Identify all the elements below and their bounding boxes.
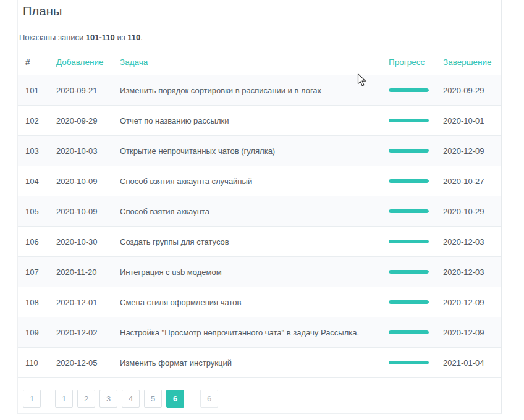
summary-middle: из: [115, 33, 127, 42]
cell-added-date: 2020-11-20: [49, 257, 112, 287]
cell-task: Создать группы для статусов: [112, 227, 381, 257]
cell-row-id: 106: [18, 227, 49, 257]
progress-track: [389, 330, 429, 334]
progress-track: [389, 209, 429, 213]
cell-progress: [381, 136, 436, 166]
cell-progress: [381, 227, 436, 257]
pagination-link[interactable]: 6: [200, 390, 218, 408]
sort-link-task[interactable]: Задача: [120, 57, 148, 67]
cell-added-date: 2020-09-29: [49, 106, 112, 136]
progress-track: [389, 119, 429, 122]
summary-suffix: .: [140, 33, 143, 42]
cell-completion-date: 2020-12-09: [436, 317, 501, 348]
progress-bar: [389, 240, 429, 243]
table-row: 1012020-09-21Изменить порядок сортировки…: [18, 75, 501, 106]
cell-added-date: 2020-10-09: [49, 196, 112, 227]
cell-row-id: 104: [18, 166, 49, 196]
progress-track: [389, 300, 429, 304]
progress-bar: [389, 300, 429, 304]
cell-row-id: 108: [18, 287, 49, 317]
table-row: 1072020-11-20Интеграция с usb модемом202…: [18, 257, 501, 287]
cell-task: Способ взятия аккаунта случайный: [112, 166, 381, 196]
pagination-item-page-2: 2: [77, 390, 95, 408]
progress-track: [389, 149, 429, 153]
progress-track: [389, 361, 429, 364]
cell-completion-date: 2020-10-01: [436, 106, 501, 136]
plans-table: # Добавление Задача Прогресс Завершение …: [18, 51, 501, 378]
table-row: 1082020-12-01Смена стиля оформления чато…: [18, 287, 501, 317]
progress-bar: [389, 330, 429, 334]
table-row: 1042020-10-09Способ взятия аккаунта случ…: [18, 166, 501, 196]
cell-completion-date: 2020-12-03: [436, 257, 501, 287]
pagination-link[interactable]: 1: [55, 390, 73, 408]
pagination-item-page-1: 1: [55, 390, 73, 408]
table-header-row: # Добавление Задача Прогресс Завершение: [18, 51, 501, 75]
cell-progress: [381, 166, 436, 196]
plans-panel: Планы Показаны записи 101-110 из 110. # …: [17, 0, 502, 414]
sort-link-progress[interactable]: Прогресс: [389, 57, 425, 67]
cell-progress: [381, 317, 436, 348]
cell-added-date: 2020-09-21: [49, 75, 112, 106]
cell-progress: [381, 287, 436, 317]
progress-bar: [389, 209, 429, 213]
cell-added-date: 2020-10-03: [49, 136, 112, 166]
table-row: 1062020-10-30Создать группы для статусов…: [18, 227, 501, 257]
pagination-link[interactable]: 3: [99, 390, 117, 408]
summary-prefix: Показаны записи: [19, 33, 86, 42]
pagination-link[interactable]: 6: [166, 390, 184, 408]
pagination: 11234566: [23, 390, 501, 408]
table-row: 1022020-09-29Отчет по названию рассылки2…: [18, 106, 501, 136]
column-header-id: #: [18, 51, 49, 75]
cell-completion-date: 2020-10-29: [436, 196, 501, 227]
progress-bar: [389, 149, 429, 153]
sort-link-completion[interactable]: Завершение: [443, 57, 492, 67]
cell-progress: [381, 106, 436, 136]
summary-total: 110: [127, 33, 140, 42]
cell-added-date: 2020-10-30: [49, 227, 112, 257]
pagination-link[interactable]: 2: [77, 390, 95, 408]
cell-task: Настройка "Просмотр непрочитанного чата"…: [112, 317, 381, 348]
panel-header: Планы: [18, 0, 501, 25]
cell-progress: [381, 75, 436, 106]
column-header-task: Задача: [112, 51, 381, 75]
pagination-item-page-3: 3: [99, 390, 117, 408]
cell-added-date: 2020-12-05: [49, 348, 112, 378]
pagination-link[interactable]: 4: [122, 390, 140, 408]
cell-row-id: 101: [18, 75, 49, 106]
cell-progress: [381, 257, 436, 287]
progress-track: [389, 88, 429, 92]
pagination-item-page-5: 5: [144, 390, 162, 408]
cell-task: Способ взятия аккаунта: [112, 196, 381, 227]
progress-track: [389, 179, 429, 183]
pagination-link[interactable]: 1: [23, 390, 41, 408]
pagination-item-first: 1: [23, 390, 41, 408]
cell-completion-date: 2020-12-03: [436, 227, 501, 257]
progress-bar: [389, 179, 429, 183]
progress-track: [389, 270, 429, 274]
table-row: 1102020-12-05Изменить формат инструкций2…: [18, 348, 501, 378]
pagination-item-page-4: 4: [122, 390, 140, 408]
cell-completion-date: 2020-12-09: [436, 136, 501, 166]
cell-task: Интеграция с usb модемом: [112, 257, 381, 287]
cell-completion-date: 2020-12-09: [436, 287, 501, 317]
progress-bar: [389, 361, 429, 364]
cell-added-date: 2020-10-09: [49, 166, 112, 196]
progress-bar: [389, 119, 429, 122]
cell-progress: [381, 348, 436, 378]
cell-row-id: 105: [18, 196, 49, 227]
table-row: 1032020-10-03Открытие непрочитанных чато…: [18, 136, 501, 166]
cell-added-date: 2020-12-02: [49, 317, 112, 348]
pagination-link[interactable]: 5: [144, 390, 162, 408]
cell-row-id: 110: [18, 348, 49, 378]
records-summary: Показаны записи 101-110 из 110.: [19, 33, 501, 42]
cell-completion-date: 2021-01-04: [436, 348, 501, 378]
sort-link-added[interactable]: Добавление: [56, 57, 104, 67]
page-title: Планы: [23, 4, 496, 19]
cell-task: Изменить формат инструкций: [112, 348, 381, 378]
column-header-completion: Завершение: [436, 51, 501, 75]
cell-task: Отчет по названию рассылки: [112, 106, 381, 136]
cell-task: Изменить порядок сортировки в расписании…: [112, 75, 381, 106]
cell-row-id: 103: [18, 136, 49, 166]
cell-row-id: 102: [18, 106, 49, 136]
cell-completion-date: 2020-09-29: [436, 75, 501, 106]
